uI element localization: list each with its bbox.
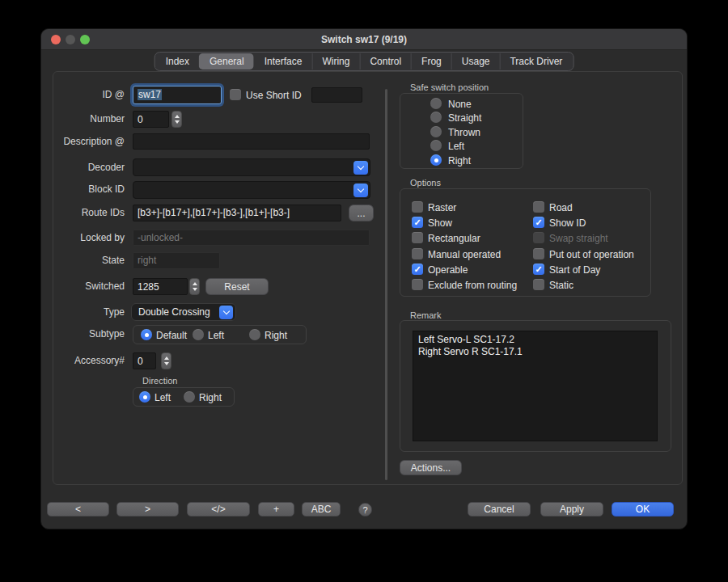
put-out-of-operation-checkbox[interactable]: ✓ (533, 248, 544, 259)
tab-interface[interactable]: Interface (254, 53, 312, 70)
safe-straight-label: Straight (448, 112, 481, 124)
direction-radio-right[interactable] (184, 391, 195, 403)
options-title: Options (410, 178, 441, 188)
operable-checkbox[interactable]: ✓ (412, 264, 423, 275)
tab-wiring[interactable]: Wiring (311, 53, 359, 70)
manual-operated-checkbox[interactable]: ✓ (412, 248, 423, 259)
subtype-left-label: Left (208, 329, 224, 342)
title-bar[interactable]: Switch sw17 (9/19) (41, 29, 687, 50)
put-out-of-operation-label: Put out of operation (549, 248, 634, 261)
safe-radio-straight[interactable] (430, 112, 442, 123)
number-label: Number (53, 110, 125, 128)
safe-left-label: Left (448, 140, 464, 153)
safe-radio-none[interactable] (430, 98, 442, 109)
minimize-icon[interactable] (66, 35, 75, 44)
tab-general[interactable]: General (199, 53, 254, 70)
static-label: Static (549, 279, 574, 292)
use-short-id-checkbox[interactable]: ✓ (230, 89, 241, 100)
tab-bar: Index General Interface Wiring Control F… (154, 52, 574, 71)
direction-radio-left[interactable] (139, 391, 150, 403)
tab-control[interactable]: Control (359, 53, 411, 70)
chevron-down-icon (358, 163, 364, 170)
number-input[interactable]: 0 (133, 111, 169, 128)
ok-button[interactable]: OK (612, 502, 674, 517)
accessory-input[interactable]: 0 (133, 352, 156, 369)
subtype-radio-default[interactable] (141, 329, 152, 340)
prev-button[interactable]: < (47, 502, 109, 517)
apply-button[interactable]: Apply (540, 502, 603, 517)
abc-button[interactable]: ABC (302, 502, 341, 517)
safe-radio-left[interactable] (430, 140, 442, 151)
tab-index[interactable]: Index (156, 53, 199, 70)
reset-button[interactable]: Reset (205, 278, 269, 295)
exclude-from-routing-checkbox[interactable]: ✓ (412, 279, 423, 290)
switched-label: Switched (53, 277, 125, 295)
number-stepper[interactable] (171, 111, 182, 128)
tab-track-driver[interactable]: Track Driver (499, 53, 572, 70)
type-dropdown-button[interactable] (219, 306, 233, 319)
id-input-value: sw17 (138, 89, 162, 100)
window-title: Switch sw17 (9/19) (321, 34, 407, 45)
subtype-label: Subtype (53, 325, 125, 343)
operable-label: Operable (428, 264, 468, 276)
block-id-label: Block ID (53, 180, 125, 198)
raster-checkbox[interactable]: ✓ (412, 201, 423, 213)
start-of-day-label: Start of Day (549, 264, 600, 276)
road-checkbox[interactable]: ✓ (533, 201, 544, 213)
cancel-button[interactable]: Cancel (468, 502, 531, 517)
remark-textarea[interactable]: Left Servo-L SC1-17.2 Right Servo R SC1-… (413, 331, 658, 441)
direction-label: Direction (142, 376, 177, 386)
locked-by-label: Locked by (53, 229, 125, 247)
help-button[interactable]: ? (358, 503, 372, 517)
id-input[interactable]: sw17 (133, 86, 222, 104)
accessory-stepper[interactable] (161, 352, 171, 369)
tab-frog[interactable]: Frog (411, 53, 451, 70)
xml-button[interactable]: </> (187, 502, 250, 517)
route-ids-input[interactable]: [b3+]-[b17+],[b17+]-[b3-],[b1+]-[b3-] (133, 205, 341, 221)
route-ids-more-button[interactable]: ... (349, 205, 374, 221)
type-popup[interactable]: Double Crossing (131, 303, 236, 321)
accessory-label: Accessory# (53, 352, 125, 369)
switched-input[interactable]: 1285 (133, 278, 188, 295)
safe-radio-thrown[interactable] (430, 126, 442, 137)
block-id-combo[interactable] (133, 181, 370, 199)
switched-stepper[interactable] (189, 278, 200, 295)
block-id-dropdown-button[interactable] (353, 183, 368, 197)
close-icon[interactable] (51, 35, 61, 44)
zoom-icon[interactable] (80, 35, 90, 44)
next-button[interactable]: > (116, 502, 179, 517)
id-label: ID @ (53, 86, 125, 103)
decoder-dropdown-button[interactable] (353, 161, 368, 175)
decoder-combo[interactable] (133, 158, 370, 176)
short-id-input[interactable] (311, 87, 362, 103)
safe-none-label: None (448, 98, 472, 111)
tab-usage[interactable]: Usage (451, 53, 500, 70)
static-checkbox[interactable]: ✓ (533, 279, 544, 290)
safe-radio-right[interactable] (430, 154, 442, 166)
pane-splitter[interactable] (385, 89, 387, 480)
decoder-label: Decoder (53, 158, 125, 176)
show-label: Show (428, 217, 452, 230)
chevron-down-icon (222, 308, 229, 314)
dialog-window: Switch sw17 (9/19) Index General Interfa… (40, 28, 688, 529)
manual-operated-label: Manual operated (428, 248, 501, 261)
subtype-default-label: Default (156, 329, 187, 342)
actions-button[interactable]: Actions... (400, 460, 462, 475)
start-of-day-checkbox[interactable]: ✓ (533, 264, 544, 275)
general-tab-panel: ID @ Number Description @ Decoder Block … (53, 71, 683, 485)
state-label: State (53, 251, 125, 269)
swap-straight-label: Swap straight (549, 232, 608, 245)
rectangular-label: Rectangular (428, 232, 480, 245)
road-label: Road (549, 201, 573, 214)
raster-label: Raster (428, 201, 456, 214)
description-input[interactable] (133, 133, 370, 150)
state-field: right (133, 252, 220, 269)
locked-by-field: -unlocked- (133, 230, 370, 246)
rectangular-checkbox[interactable]: ✓ (412, 232, 423, 243)
add-button[interactable]: + (258, 502, 294, 517)
show-checkbox[interactable]: ✓ (412, 217, 423, 228)
direction-left-label: Left (154, 391, 171, 404)
show-id-checkbox[interactable]: ✓ (533, 217, 544, 228)
subtype-radio-right[interactable] (249, 329, 260, 340)
subtype-radio-left[interactable] (193, 329, 204, 340)
